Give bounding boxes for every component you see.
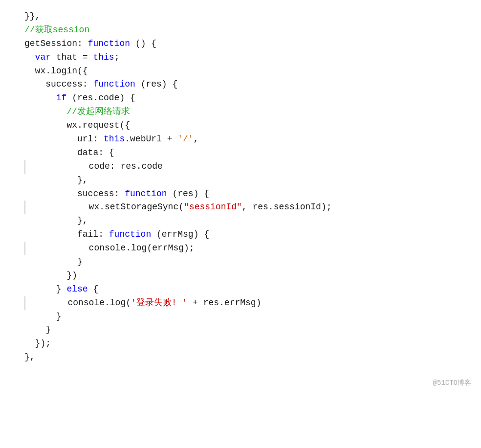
code-token: console.log(errMsg); — [89, 242, 195, 255]
code-token: function — [88, 37, 130, 51]
code-token: //发起网络请求 — [66, 105, 130, 119]
code-token: }) — [66, 269, 77, 283]
code-token: }, — [24, 351, 35, 364]
code-token: if — [56, 91, 67, 105]
watermark: @51CTO博客 — [433, 378, 471, 389]
code-line: }}, — [24, 10, 471, 23]
code-token: url: — [77, 133, 104, 146]
code-token: function — [93, 78, 135, 91]
code-token: fail: — [77, 228, 109, 242]
code-token: (errMsg) { — [151, 228, 209, 242]
code-token: data: { — [77, 146, 114, 160]
code-line: wx.request({ — [24, 119, 471, 133]
code-token: function — [125, 187, 167, 201]
code-block: }},//获取sessiongetSession: function () {v… — [0, 5, 481, 369]
code-token: () { — [130, 37, 156, 51]
code-line: success: function (res) { — [24, 78, 471, 91]
code-token: + res.errMsg) — [187, 296, 261, 310]
code-line: wx.setStorageSync("sessionId", res.sessi… — [24, 201, 471, 214]
code-line: fail: function (errMsg) { — [24, 228, 471, 242]
code-token: var — [35, 51, 51, 65]
code-line: if (res.code) { — [24, 91, 471, 105]
code-token: , — [194, 133, 199, 146]
code-token: success: — [45, 78, 93, 91]
code-token: } — [56, 310, 62, 324]
bottom-bar: @51CTO博客 — [0, 374, 481, 393]
code-token: }); — [35, 337, 51, 351]
code-token: wx.login({ — [35, 65, 88, 78]
code-token: }}, — [24, 10, 40, 23]
code-line: code: res.code — [24, 160, 471, 174]
code-token: '/' — [177, 133, 193, 146]
code-token: { — [88, 283, 99, 296]
code-token: (res) { — [167, 187, 209, 201]
code-line: }, — [24, 351, 471, 364]
code-token: ; — [114, 51, 120, 65]
code-line: getSession: function () { — [24, 37, 471, 51]
code-token: }, — [77, 174, 88, 187]
code-line: console.log(errMsg); — [24, 242, 471, 255]
code-token: //获取session — [24, 23, 89, 37]
code-line: //获取session — [24, 23, 471, 37]
code-token: } — [45, 323, 51, 337]
code-token: that = — [51, 51, 93, 65]
code-line: } — [24, 310, 471, 324]
code-line: }, — [24, 214, 471, 228]
code-token: this — [104, 133, 125, 146]
code-line: success: function (res) { — [24, 187, 471, 201]
code-token: } — [77, 255, 83, 269]
code-token: function — [109, 228, 151, 242]
code-token: code: res.code — [89, 160, 163, 174]
code-line: }); — [24, 337, 471, 351]
code-token: "sessionId" — [184, 201, 242, 214]
code-line: }, — [24, 174, 471, 187]
code-token: this — [93, 51, 114, 65]
code-line: //发起网络请求 — [24, 105, 471, 119]
code-line: url: this.webUrl + '/', — [24, 133, 471, 146]
code-token: success: — [77, 187, 125, 201]
code-line: }) — [24, 269, 471, 283]
code-line: var that = this; — [24, 51, 471, 65]
code-token: }, — [77, 214, 88, 228]
code-line: } — [24, 255, 471, 269]
code-token: else — [66, 283, 87, 296]
code-line: console.log('登录失败! ' + res.errMsg) — [24, 296, 471, 310]
code-token: wx.request({ — [66, 119, 130, 133]
code-token: } — [56, 283, 67, 296]
code-token: (res.code) { — [66, 91, 135, 105]
code-token: .webUrl + — [125, 133, 177, 146]
code-token: (res) { — [135, 78, 177, 91]
code-token: wx.setStorageSync( — [89, 201, 184, 214]
code-token: , res.sessionId); — [242, 201, 332, 214]
code-line: data: { — [24, 146, 471, 160]
code-line: } else { — [24, 283, 471, 296]
code-token: '登录失败! ' — [131, 296, 187, 310]
code-token: getSession: — [24, 37, 88, 51]
code-line: wx.login({ — [24, 65, 471, 78]
code-token: console.log( — [67, 296, 131, 310]
code-line: } — [24, 323, 471, 337]
